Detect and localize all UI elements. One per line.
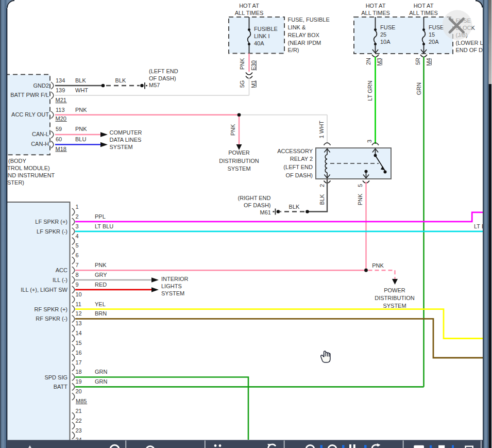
svg-text:18: 18	[76, 369, 82, 375]
svg-text:LIGHTS: LIGHTS	[161, 283, 182, 289]
svg-text:BLK: BLK	[75, 77, 86, 84]
svg-text:40A: 40A	[254, 40, 264, 46]
svg-text:BATT PWR F/L: BATT PWR F/L	[10, 92, 49, 98]
svg-text:12: 12	[76, 310, 82, 317]
svg-text:1: 1	[76, 204, 79, 210]
svg-text:16: 16	[76, 350, 82, 356]
svg-text:(BODY: (BODY	[8, 158, 27, 164]
svg-text:15: 15	[429, 31, 435, 38]
svg-text:LF SPKR (+): LF SPKR (+)	[35, 219, 67, 225]
svg-text:10: 10	[76, 291, 82, 297]
svg-text:STER): STER)	[7, 179, 24, 186]
svg-text:SYSTEM: SYSTEM	[227, 165, 250, 172]
svg-text:M21: M21	[56, 97, 66, 103]
svg-text:CAN-H: CAN-H	[31, 141, 49, 147]
svg-text:PNK: PNK	[230, 124, 236, 136]
svg-text:BATT: BATT	[54, 384, 68, 390]
svg-text:20: 20	[76, 388, 82, 394]
svg-text:60: 60	[56, 136, 62, 142]
svg-text:OF DASH): OF DASH)	[149, 75, 176, 81]
svg-text:GRN: GRN	[95, 369, 108, 375]
svg-text:FUSE, FUSIBLE: FUSE, FUSIBLE	[288, 16, 330, 23]
svg-text:6: 6	[76, 252, 79, 258]
svg-text:5R: 5R	[415, 58, 421, 65]
svg-text:(NEAR IPDM: (NEAR IPDM	[288, 40, 321, 46]
svg-text:8: 8	[76, 272, 79, 278]
svg-text:2: 2	[76, 213, 79, 220]
svg-text:E/R): E/R)	[288, 47, 299, 53]
svg-text:(LEFT END: (LEFT END	[149, 68, 178, 74]
svg-text:1 WHT: 1 WHT	[318, 121, 325, 139]
svg-text:M1: M1	[250, 80, 257, 88]
svg-text:SYSTEM: SYSTEM	[110, 144, 133, 150]
svg-text:2: 2	[319, 184, 325, 187]
svg-text:M4: M4	[426, 58, 432, 65]
svg-text:TROL MODULE): TROL MODULE)	[7, 165, 50, 171]
svg-text:M57: M57	[149, 82, 160, 88]
svg-text:BLK: BLK	[319, 194, 325, 205]
svg-text:M3: M3	[376, 58, 382, 65]
svg-text:ALL TIMES: ALL TIMES	[361, 10, 390, 16]
svg-text:PNK: PNK	[239, 58, 245, 70]
svg-text:HOT AT: HOT AT	[239, 3, 259, 9]
svg-text:BLU: BLU	[75, 136, 86, 142]
svg-text:ACCESSORY: ACCESSORY	[277, 148, 313, 154]
svg-text:YEL: YEL	[95, 301, 106, 307]
svg-text:20A: 20A	[429, 39, 439, 45]
svg-text:3: 3	[76, 223, 79, 229]
svg-text:59: 59	[56, 126, 62, 132]
svg-text:LF SPKR (-): LF SPKR (-)	[37, 228, 67, 235]
svg-text:GND2: GND2	[33, 82, 49, 89]
svg-text:RF SPKR (+): RF SPKR (+)	[35, 306, 67, 312]
svg-text:5: 5	[76, 242, 79, 248]
svg-text:23: 23	[76, 427, 82, 434]
svg-text:COMPUTER: COMPUTER	[110, 129, 142, 136]
svg-text:M85: M85	[76, 398, 87, 404]
svg-text:LT GRN: LT GRN	[367, 80, 373, 101]
svg-text:M61: M61	[260, 209, 271, 215]
svg-text:RELAY 2: RELAY 2	[290, 156, 313, 162]
svg-text:5G: 5G	[239, 80, 245, 88]
svg-text:ACC RLY OUT: ACC RLY OUT	[11, 111, 49, 118]
svg-text:113: 113	[56, 107, 65, 113]
svg-text:ALL TIMES: ALL TIMES	[235, 10, 264, 16]
svg-text:DISTRIBUTION: DISTRIBUTION	[375, 295, 415, 301]
svg-text:5: 5	[357, 184, 363, 187]
svg-text:RED: RED	[95, 281, 107, 288]
svg-text:E30: E30	[250, 60, 257, 71]
svg-text:4: 4	[76, 233, 79, 239]
svg-text:PNK: PNK	[75, 107, 87, 113]
svg-text:15: 15	[76, 340, 82, 346]
svg-text:LT BLU: LT BLU	[95, 223, 113, 229]
svg-text:13: 13	[76, 320, 82, 326]
svg-text:OF DASH): OF DASH)	[285, 172, 313, 178]
svg-text:IND INSTRUMENT: IND INSTRUMENT	[6, 172, 55, 178]
svg-text:PNK: PNK	[372, 262, 384, 269]
svg-text:SPD SIG: SPD SIG	[44, 374, 67, 380]
svg-text:HOT AT: HOT AT	[366, 3, 386, 9]
svg-text:10A: 10A	[380, 39, 391, 45]
svg-text:2N: 2N	[365, 58, 371, 65]
svg-text:FUSE: FUSE	[380, 24, 395, 30]
svg-text:M20: M20	[56, 115, 66, 122]
svg-text:RF SPKR (-): RF SPKR (-)	[36, 316, 67, 322]
svg-text:139: 139	[56, 87, 65, 93]
svg-text:ALL TIMES: ALL TIMES	[409, 10, 438, 16]
svg-text:22: 22	[76, 418, 82, 424]
svg-text:21: 21	[76, 408, 82, 414]
svg-text:3: 3	[366, 140, 372, 143]
svg-text:ILL (+), LIGHT SW: ILL (+), LIGHT SW	[21, 287, 67, 293]
svg-text:DATA LINES: DATA LINES	[110, 137, 142, 143]
svg-text:HOT AT: HOT AT	[414, 3, 434, 9]
svg-text:PNK: PNK	[75, 126, 87, 132]
svg-text:OF DASH): OF DASH)	[244, 202, 271, 208]
svg-text:INTERIOR: INTERIOR	[161, 276, 189, 282]
svg-text:PNK: PNK	[95, 262, 107, 268]
svg-text:ACC: ACC	[56, 267, 67, 273]
svg-text:GRN: GRN	[416, 82, 422, 95]
svg-text:11: 11	[76, 301, 81, 307]
svg-text:WHT: WHT	[75, 87, 88, 93]
svg-text:BLK: BLK	[289, 204, 300, 210]
svg-text:14: 14	[76, 330, 82, 336]
svg-text:SYSTEM: SYSTEM	[161, 290, 184, 296]
